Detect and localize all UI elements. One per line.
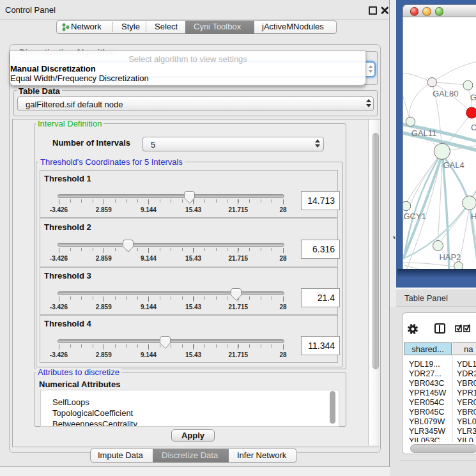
svg-text:GAL80: GAL80 — [433, 89, 458, 98]
svg-text:G.: G. — [470, 93, 476, 102]
svg-text:GCY1: GCY1 — [404, 211, 426, 221]
svg-text:GAL11: GAL11 — [411, 128, 437, 138]
svg-text:HAP2: HAP2 — [439, 252, 461, 262]
svg-text:H: H — [471, 211, 476, 221]
svg-text:C: C — [471, 123, 476, 132]
svg-text:GAL4: GAL4 — [443, 160, 464, 170]
